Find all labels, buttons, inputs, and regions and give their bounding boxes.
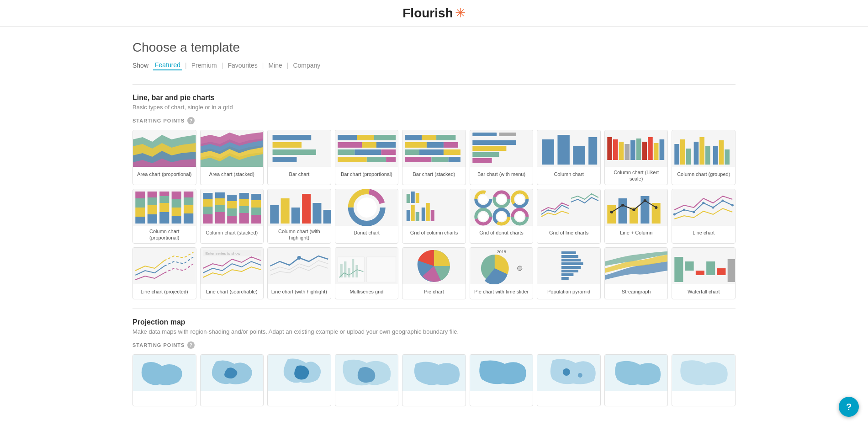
- template-map-7[interactable]: [537, 354, 601, 406]
- template-column[interactable]: Column chart: [537, 130, 601, 185]
- svg-rect-174: [561, 251, 576, 254]
- svg-rect-14: [374, 135, 396, 140]
- divider-1: [132, 84, 736, 85]
- help-button[interactable]: ?: [839, 397, 859, 417]
- template-column-highlight[interactable]: Column chart (with highlight): [267, 189, 331, 244]
- template-column-stacked[interactable]: Column chart (stacked): [200, 189, 264, 244]
- template-label: Bar chart (proportional): [335, 167, 398, 181]
- svg-rect-89: [215, 212, 224, 224]
- svg-rect-50: [630, 140, 635, 160]
- logo: Flourish✳: [402, 5, 465, 21]
- template-column-grouped[interactable]: Column chart (grouped): [672, 130, 736, 185]
- template-column-proportional[interactable]: Column chart (proportional): [132, 189, 196, 244]
- svg-rect-101: [251, 215, 261, 224]
- svg-rect-96: [227, 195, 237, 201]
- svg-rect-23: [386, 157, 396, 162]
- svg-rect-44: [573, 146, 585, 165]
- svg-rect-98: [239, 206, 249, 213]
- svg-rect-163: [366, 257, 395, 282]
- template-label: Grid of donut charts: [470, 226, 533, 240]
- template-population[interactable]: Population pyramid: [537, 247, 601, 299]
- template-map-9[interactable]: [672, 354, 736, 406]
- nav-favourites[interactable]: Favourites: [226, 61, 259, 70]
- template-bar-stacked[interactable]: Bar chart (stacked): [402, 130, 466, 185]
- show-label: Show: [132, 62, 148, 69]
- svg-rect-53: [648, 137, 653, 160]
- template-waterfall[interactable]: Waterfall chart: [672, 247, 736, 299]
- template-map-2[interactable]: [200, 354, 264, 406]
- nav-featured[interactable]: Featured: [153, 60, 182, 70]
- svg-rect-182: [561, 266, 581, 269]
- svg-rect-24: [405, 135, 422, 140]
- template-bar-menu[interactable]: Bar chart (with menu): [470, 130, 534, 185]
- template-label: Grid of column charts: [402, 226, 466, 240]
- svg-rect-8: [273, 135, 312, 140]
- svg-rect-193: [707, 261, 715, 275]
- nav-premium[interactable]: Premium: [190, 61, 219, 70]
- section-desc-lbp: Basic types of chart, single or in a gri…: [132, 104, 736, 111]
- template-grid-column[interactable]: Grid of column charts: [402, 189, 466, 244]
- template-label: Line chart: [672, 226, 735, 240]
- svg-point-156: [712, 206, 715, 208]
- svg-rect-75: [159, 196, 169, 203]
- template-label: Column chart (stacked): [201, 226, 264, 240]
- starting-points-lbp: STARTING POINTS ?: [132, 117, 736, 124]
- svg-rect-48: [619, 142, 624, 160]
- template-streamgraph[interactable]: Streamgraph: [604, 247, 668, 299]
- template-label: [402, 391, 466, 406]
- svg-rect-72: [148, 192, 157, 197]
- template-label: Line chart (projected): [133, 284, 196, 299]
- svg-rect-119: [426, 203, 430, 221]
- svg-rect-168: [355, 265, 358, 277]
- template-line[interactable]: Line chart: [672, 189, 736, 244]
- svg-rect-51: [636, 138, 641, 160]
- template-bar[interactable]: Bar chart: [267, 130, 331, 185]
- svg-rect-194: [717, 268, 726, 275]
- svg-rect-90: [215, 205, 224, 212]
- section-title-map: Projection map: [132, 318, 736, 326]
- svg-rect-12: [338, 135, 357, 140]
- nav-mine[interactable]: Mine: [266, 61, 284, 70]
- template-pie[interactable]: Pie chart: [402, 247, 466, 299]
- template-map-1[interactable]: [132, 354, 196, 406]
- template-multiseries[interactable]: Multiseries grid: [335, 247, 399, 299]
- svg-text:2018: 2018: [497, 250, 506, 254]
- template-line-column[interactable]: Line + Column: [604, 189, 668, 244]
- info-icon-lbp[interactable]: ?: [187, 117, 195, 124]
- svg-point-150: [644, 199, 646, 202]
- svg-rect-37: [499, 133, 516, 136]
- template-area-proportional[interactable]: Area chart (proportional): [132, 130, 196, 185]
- svg-rect-99: [239, 199, 249, 206]
- template-area-stacked[interactable]: Area chart (stacked): [200, 130, 264, 185]
- svg-rect-38: [472, 140, 516, 145]
- svg-rect-57: [680, 139, 685, 165]
- template-grid-line[interactable]: Grid of line charts: [537, 189, 601, 244]
- template-grid-donut[interactable]: Grid of donut charts: [470, 189, 534, 244]
- template-map-4[interactable]: [335, 354, 399, 406]
- svg-rect-63: [719, 140, 724, 165]
- template-map-3[interactable]: [267, 354, 331, 406]
- template-pie-time[interactable]: 2018 Pie chart with time slider: [470, 247, 534, 299]
- svg-rect-68: [135, 192, 145, 198]
- svg-rect-29: [444, 142, 458, 148]
- svg-rect-69: [148, 214, 157, 224]
- svg-rect-192: [696, 271, 704, 275]
- svg-point-161: [297, 256, 301, 260]
- template-map-5[interactable]: [402, 354, 466, 406]
- svg-point-135: [479, 212, 488, 221]
- svg-rect-25: [422, 135, 437, 140]
- template-line-searchable[interactable]: Enter series to show Line chart (searcha…: [200, 247, 264, 299]
- svg-rect-176: [561, 255, 578, 258]
- template-bar-proportional[interactable]: Bar chart (proportional): [335, 130, 399, 185]
- svg-rect-61: [705, 146, 710, 165]
- template-donut[interactable]: Donut chart: [335, 189, 399, 244]
- template-line-projected[interactable]: Line chart (projected): [132, 247, 196, 299]
- template-label: Multiseries grid: [335, 284, 398, 299]
- template-label: [133, 391, 196, 406]
- template-map-8[interactable]: [604, 354, 668, 406]
- template-line-highlight[interactable]: Line chart (with highlight): [267, 247, 331, 299]
- template-column-likert[interactable]: Column chart (Likert scale): [604, 130, 668, 185]
- template-map-6[interactable]: [470, 354, 534, 406]
- info-icon-map[interactable]: ?: [187, 341, 195, 349]
- nav-company[interactable]: Company: [291, 61, 322, 70]
